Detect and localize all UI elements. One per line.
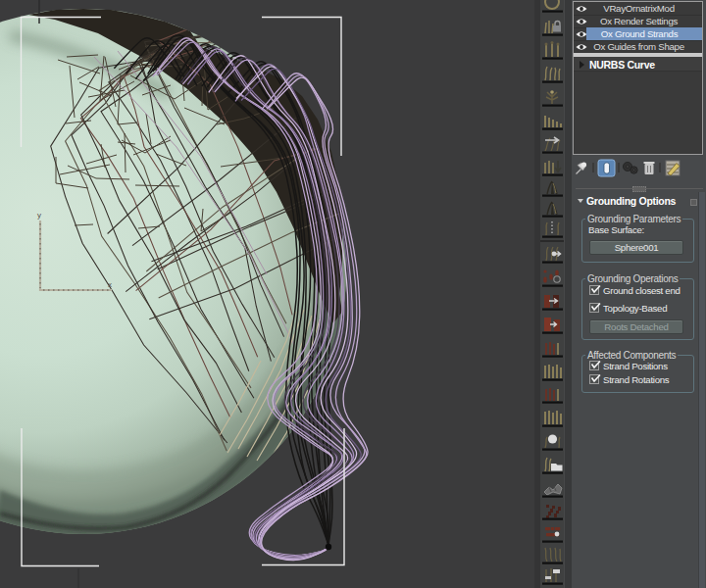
svg-text:y: y — [37, 211, 41, 220]
svg-text:x: x — [108, 280, 112, 289]
